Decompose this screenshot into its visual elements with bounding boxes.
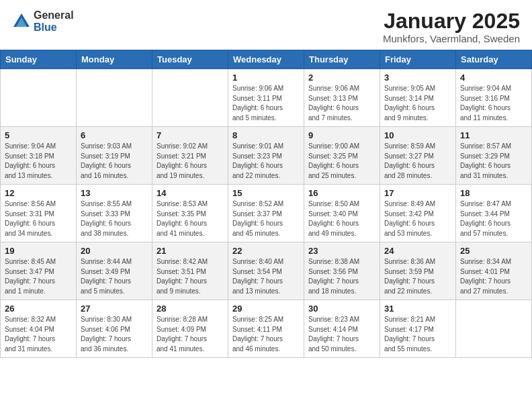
day-info: Sunrise: 9:04 AM Sunset: 3:18 PM Dayligh…	[5, 142, 72, 181]
calendar-cell: 15Sunrise: 8:52 AM Sunset: 3:37 PM Dayli…	[228, 185, 304, 242]
calendar-week-row: 26Sunrise: 8:32 AM Sunset: 4:04 PM Dayli…	[1, 300, 532, 358]
day-info: Sunrise: 8:53 AM Sunset: 3:35 PM Dayligh…	[157, 199, 224, 238]
day-number: 4	[460, 73, 527, 83]
col-header-tuesday: Tuesday	[152, 50, 228, 69]
day-number: 17	[384, 188, 451, 198]
calendar-cell: 18Sunrise: 8:47 AM Sunset: 3:44 PM Dayli…	[456, 185, 532, 242]
calendar-cell: 25Sunrise: 8:34 AM Sunset: 4:01 PM Dayli…	[456, 242, 532, 300]
day-number: 25	[460, 246, 527, 256]
day-info: Sunrise: 8:52 AM Sunset: 3:37 PM Dayligh…	[232, 199, 300, 238]
calendar-cell: 21Sunrise: 8:42 AM Sunset: 3:51 PM Dayli…	[152, 242, 228, 300]
calendar-cell: 8Sunrise: 9:01 AM Sunset: 3:23 PM Daylig…	[228, 127, 304, 185]
day-number: 21	[157, 246, 224, 256]
day-info: Sunrise: 8:30 AM Sunset: 4:06 PM Dayligh…	[81, 315, 148, 354]
calendar-week-row: 19Sunrise: 8:45 AM Sunset: 3:47 PM Dayli…	[1, 242, 532, 300]
calendar-table: SundayMondayTuesdayWednesdayThursdayFrid…	[0, 50, 532, 358]
calendar-cell: 3Sunrise: 9:05 AM Sunset: 3:14 PM Daylig…	[380, 69, 456, 127]
day-info: Sunrise: 8:40 AM Sunset: 3:54 PM Dayligh…	[232, 257, 300, 296]
calendar-week-row: 12Sunrise: 8:56 AM Sunset: 3:31 PM Dayli…	[1, 185, 532, 242]
calendar-cell: 12Sunrise: 8:56 AM Sunset: 3:31 PM Dayli…	[1, 185, 77, 242]
day-info: Sunrise: 8:55 AM Sunset: 3:33 PM Dayligh…	[81, 199, 148, 238]
day-info: Sunrise: 8:45 AM Sunset: 3:47 PM Dayligh…	[5, 257, 72, 296]
day-info: Sunrise: 9:04 AM Sunset: 3:16 PM Dayligh…	[460, 84, 527, 123]
day-info: Sunrise: 8:59 AM Sunset: 3:27 PM Dayligh…	[384, 142, 451, 181]
calendar-cell: 24Sunrise: 8:36 AM Sunset: 3:59 PM Dayli…	[380, 242, 456, 300]
day-info: Sunrise: 8:36 AM Sunset: 3:59 PM Dayligh…	[384, 257, 451, 296]
day-number: 23	[308, 246, 375, 256]
calendar-cell: 7Sunrise: 9:02 AM Sunset: 3:21 PM Daylig…	[152, 127, 228, 185]
day-number: 12	[5, 188, 72, 198]
calendar-cell: 13Sunrise: 8:55 AM Sunset: 3:33 PM Dayli…	[77, 185, 152, 242]
logo: General Blue	[12, 9, 74, 33]
day-number: 28	[157, 304, 224, 314]
calendar-cell	[1, 69, 77, 127]
calendar-cell: 9Sunrise: 9:00 AM Sunset: 3:25 PM Daylig…	[304, 127, 380, 185]
calendar-cell: 6Sunrise: 9:03 AM Sunset: 3:19 PM Daylig…	[77, 127, 152, 185]
calendar-week-row: 5Sunrise: 9:04 AM Sunset: 3:18 PM Daylig…	[1, 127, 532, 185]
calendar-cell: 14Sunrise: 8:53 AM Sunset: 3:35 PM Dayli…	[152, 185, 228, 242]
day-number: 10	[384, 130, 451, 140]
day-number: 26	[5, 304, 72, 314]
day-info: Sunrise: 8:49 AM Sunset: 3:42 PM Dayligh…	[384, 199, 451, 238]
day-number: 29	[232, 304, 300, 314]
page: General Blue January 2025 Munkfors, Vaer…	[0, 0, 532, 411]
day-info: Sunrise: 8:21 AM Sunset: 4:17 PM Dayligh…	[384, 315, 451, 354]
day-number: 27	[81, 304, 148, 314]
logo-blue-text: Blue	[34, 21, 74, 34]
location: Munkfors, Vaermland, Sweden	[383, 33, 520, 44]
calendar-header-row: SundayMondayTuesdayWednesdayThursdayFrid…	[1, 50, 532, 69]
calendar-cell: 17Sunrise: 8:49 AM Sunset: 3:42 PM Dayli…	[380, 185, 456, 242]
day-info: Sunrise: 8:56 AM Sunset: 3:31 PM Dayligh…	[5, 199, 72, 238]
day-info: Sunrise: 9:06 AM Sunset: 3:13 PM Dayligh…	[308, 84, 375, 123]
day-number: 13	[81, 188, 148, 198]
calendar-cell: 5Sunrise: 9:04 AM Sunset: 3:18 PM Daylig…	[1, 127, 77, 185]
calendar-cell: 10Sunrise: 8:59 AM Sunset: 3:27 PM Dayli…	[380, 127, 456, 185]
day-number: 18	[460, 188, 527, 198]
col-header-saturday: Saturday	[456, 50, 532, 69]
day-number: 2	[308, 73, 375, 83]
day-number: 7	[157, 130, 224, 140]
calendar-cell	[77, 69, 152, 127]
day-number: 9	[308, 130, 375, 140]
day-number: 3	[384, 73, 451, 83]
calendar-cell: 30Sunrise: 8:23 AM Sunset: 4:14 PM Dayli…	[304, 300, 380, 358]
day-number: 14	[157, 188, 224, 198]
day-info: Sunrise: 9:01 AM Sunset: 3:23 PM Dayligh…	[232, 142, 300, 181]
day-info: Sunrise: 8:23 AM Sunset: 4:14 PM Dayligh…	[308, 315, 375, 354]
day-number: 6	[81, 130, 148, 140]
logo-icon	[12, 12, 31, 31]
calendar-cell: 31Sunrise: 8:21 AM Sunset: 4:17 PM Dayli…	[380, 300, 456, 358]
calendar-cell: 1Sunrise: 9:06 AM Sunset: 3:11 PM Daylig…	[228, 69, 304, 127]
day-info: Sunrise: 9:00 AM Sunset: 3:25 PM Dayligh…	[308, 142, 375, 181]
col-header-monday: Monday	[77, 50, 152, 69]
calendar-cell: 22Sunrise: 8:40 AM Sunset: 3:54 PM Dayli…	[228, 242, 304, 300]
col-header-wednesday: Wednesday	[228, 50, 304, 69]
calendar-cell: 27Sunrise: 8:30 AM Sunset: 4:06 PM Dayli…	[77, 300, 152, 358]
header: General Blue January 2025 Munkfors, Vaer…	[0, 0, 532, 50]
logo-text: General Blue	[34, 9, 74, 33]
day-info: Sunrise: 8:47 AM Sunset: 3:44 PM Dayligh…	[460, 199, 527, 238]
day-number: 19	[5, 246, 72, 256]
calendar-cell: 28Sunrise: 8:28 AM Sunset: 4:09 PM Dayli…	[152, 300, 228, 358]
day-info: Sunrise: 9:05 AM Sunset: 3:14 PM Dayligh…	[384, 84, 451, 123]
day-info: Sunrise: 8:57 AM Sunset: 3:29 PM Dayligh…	[460, 142, 527, 181]
day-info: Sunrise: 8:34 AM Sunset: 4:01 PM Dayligh…	[460, 257, 527, 296]
col-header-sunday: Sunday	[1, 50, 77, 69]
col-header-friday: Friday	[380, 50, 456, 69]
day-number: 5	[5, 130, 72, 140]
calendar-cell: 20Sunrise: 8:44 AM Sunset: 3:49 PM Dayli…	[77, 242, 152, 300]
day-number: 11	[460, 130, 527, 140]
day-number: 31	[384, 304, 451, 314]
title-area: January 2025 Munkfors, Vaermland, Sweden	[383, 9, 520, 44]
day-info: Sunrise: 9:06 AM Sunset: 3:11 PM Dayligh…	[232, 84, 300, 123]
calendar-cell: 26Sunrise: 8:32 AM Sunset: 4:04 PM Dayli…	[1, 300, 77, 358]
day-info: Sunrise: 9:03 AM Sunset: 3:19 PM Dayligh…	[81, 142, 148, 181]
day-number: 30	[308, 304, 375, 314]
day-info: Sunrise: 8:42 AM Sunset: 3:51 PM Dayligh…	[157, 257, 224, 296]
day-info: Sunrise: 8:28 AM Sunset: 4:09 PM Dayligh…	[157, 315, 224, 354]
calendar-cell: 16Sunrise: 8:50 AM Sunset: 3:40 PM Dayli…	[304, 185, 380, 242]
calendar-cell: 4Sunrise: 9:04 AM Sunset: 3:16 PM Daylig…	[456, 69, 532, 127]
calendar-cell: 11Sunrise: 8:57 AM Sunset: 3:29 PM Dayli…	[456, 127, 532, 185]
day-number: 15	[232, 188, 300, 198]
calendar-cell: 2Sunrise: 9:06 AM Sunset: 3:13 PM Daylig…	[304, 69, 380, 127]
